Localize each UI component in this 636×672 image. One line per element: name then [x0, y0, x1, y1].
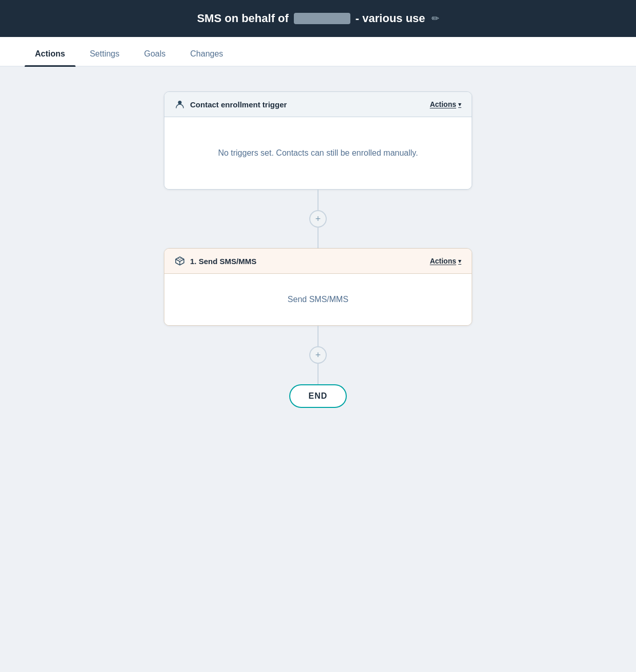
- title-suffix: - various use: [356, 12, 425, 25]
- app-header: SMS on behalf of - various use ✏: [0, 0, 636, 37]
- connector-line-2: [317, 228, 319, 248]
- add-step-button-1[interactable]: +: [309, 210, 327, 228]
- sms-card-title-group: 1. Send SMS/MMS: [175, 256, 256, 266]
- add-step-button-2[interactable]: +: [309, 346, 327, 364]
- chevron-down-icon: ▾: [458, 101, 461, 108]
- title-prefix: SMS on behalf of: [197, 12, 288, 25]
- trigger-body-text: No triggers set. Contacts can still be e…: [218, 148, 418, 158]
- sms-actions-button[interactable]: Actions ▾: [430, 257, 461, 265]
- sms-card: 1. Send SMS/MMS Actions ▾ Send SMS/MMS: [164, 248, 472, 326]
- trigger-card-header: Contact enrollment trigger Actions ▾: [164, 92, 472, 117]
- header-title: SMS on behalf of - various use: [197, 12, 425, 25]
- svg-point-0: [178, 101, 182, 104]
- sms-card-title: 1. Send SMS/MMS: [190, 257, 256, 266]
- trigger-section: Contact enrollment trigger Actions ▾ No …: [0, 91, 636, 248]
- tab-goals[interactable]: Goals: [134, 42, 176, 66]
- chevron-down-icon-2: ▾: [458, 258, 461, 265]
- sms-card-header: 1. Send SMS/MMS Actions ▾: [164, 249, 472, 274]
- redacted-name: [294, 13, 350, 24]
- sms-section: 1. Send SMS/MMS Actions ▾ Send SMS/MMS +…: [0, 248, 636, 408]
- sms-card-body: Send SMS/MMS: [164, 274, 472, 325]
- trigger-card-title-group: Contact enrollment trigger: [175, 99, 287, 109]
- trigger-card-title: Contact enrollment trigger: [190, 100, 287, 109]
- connector-line-4: [317, 364, 319, 384]
- tab-changes[interactable]: Changes: [180, 42, 233, 66]
- connector-line-3: [317, 326, 319, 346]
- cube-icon: [175, 256, 185, 266]
- trigger-card-body: No triggers set. Contacts can still be e…: [164, 117, 472, 189]
- person-icon: [175, 99, 185, 109]
- connector-line-1: [317, 190, 319, 210]
- trigger-actions-button[interactable]: Actions ▾: [430, 100, 461, 108]
- tab-navigation: Actions Settings Goals Changes: [0, 37, 636, 67]
- sms-body-text: Send SMS/MMS: [288, 295, 348, 304]
- tab-actions[interactable]: Actions: [25, 42, 76, 66]
- flow-canvas: Contact enrollment trigger Actions ▾ No …: [0, 67, 636, 672]
- trigger-card: Contact enrollment trigger Actions ▾ No …: [164, 91, 472, 190]
- tab-settings[interactable]: Settings: [80, 42, 130, 66]
- end-node: END: [289, 384, 347, 408]
- edit-icon[interactable]: ✏: [432, 13, 439, 24]
